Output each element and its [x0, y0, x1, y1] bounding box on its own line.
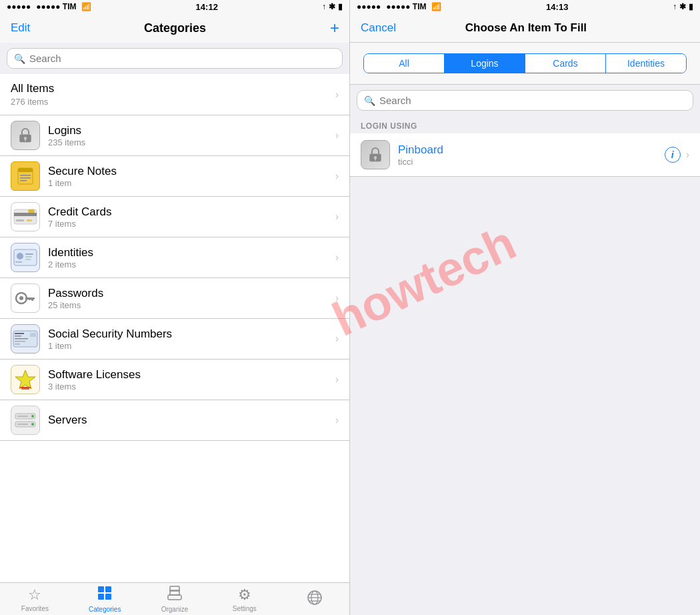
svg-rect-18: [15, 261, 22, 263]
category-row-logins[interactable]: Logins 235 items ›: [0, 115, 349, 156]
all-items-row[interactable]: All Items 276 items ›: [0, 74, 349, 115]
seg-cards[interactable]: Cards: [525, 54, 606, 73]
segment-control: All Logins Cards Identities: [363, 53, 687, 73]
passwords-count: 25 items: [48, 300, 327, 310]
empty-area: [350, 177, 700, 444]
software-licenses-text: Software Licenses 3 items: [48, 368, 327, 392]
svg-point-20: [19, 296, 23, 300]
svg-rect-17: [25, 259, 31, 260]
tab-settings[interactable]: ⚙ Settings: [209, 583, 279, 615]
category-row-servers[interactable]: Servers ›: [0, 400, 349, 441]
carrier-signal-right: ●●●●● ●●●●● TIM 📶: [357, 2, 441, 11]
carrier-right: ●●●●● TIM: [386, 2, 426, 11]
settings-label: Settings: [233, 605, 257, 612]
svg-rect-23: [29, 297, 31, 300]
id-svg: [13, 248, 37, 267]
carrier-left: ●●●●● TIM: [36, 2, 76, 11]
category-list: All Items 276 items › Logins 235 items ›: [0, 74, 349, 582]
category-row-social-security[interactable]: Social Security Numbers 1 item ›: [0, 319, 349, 360]
logins-name: Logins: [48, 124, 327, 137]
organize-label: Organize: [161, 606, 189, 613]
software-licenses-icon: [11, 365, 40, 394]
svg-rect-16: [25, 256, 32, 257]
logins-icon: [11, 121, 40, 150]
nav-title-left: Categories: [144, 21, 206, 35]
svg-rect-25: [15, 333, 24, 334]
search-container-left[interactable]: 🔍: [7, 48, 343, 69]
organize-icon: [167, 586, 182, 604]
servers-chevron: ›: [335, 414, 339, 426]
svg-rect-42: [98, 594, 104, 600]
servers-text: Servers: [48, 414, 327, 427]
credit-cards-count: 7 items: [48, 219, 327, 229]
identities-chevron: ›: [335, 251, 339, 263]
svg-marker-31: [15, 370, 35, 389]
secure-notes-icon: [11, 161, 40, 191]
svg-rect-9: [14, 213, 37, 216]
tab-categories[interactable]: Categories: [70, 583, 140, 615]
svg-rect-30: [15, 344, 20, 345]
svg-rect-11: [27, 219, 32, 221]
nav-bar-right: Cancel Choose An Item To Fill: [350, 13, 700, 43]
svg-rect-12: [28, 209, 35, 213]
seg-logins[interactable]: Logins: [445, 54, 525, 73]
right-panel: ●●●●● ●●●●● TIM 📶 14:13 ↑ ✱ ▮ Cancel Cho…: [350, 0, 700, 615]
software-licenses-count: 3 items: [48, 382, 327, 392]
all-items-text: All Items 276 items: [11, 82, 54, 107]
edit-button[interactable]: Edit: [11, 21, 30, 35]
battery-icon-right: ▮: [689, 2, 693, 11]
lock-svg: [15, 125, 36, 146]
svg-rect-7: [20, 180, 27, 181]
tab-favorites[interactable]: ☆ Favorites: [0, 583, 70, 615]
svg-rect-6: [20, 177, 31, 179]
social-security-name: Social Security Numbers: [48, 328, 327, 341]
info-button[interactable]: i: [665, 147, 681, 163]
tab-organize[interactable]: Organize: [140, 583, 210, 615]
category-row-credit-cards[interactable]: Credit Cards 7 items ›: [0, 197, 349, 237]
cancel-button[interactable]: Cancel: [361, 21, 396, 35]
svg-rect-29: [30, 333, 36, 337]
login-item-pinboard[interactable]: Pinboard ticci i ›: [350, 133, 700, 177]
pinboard-text: Pinboard ticci: [398, 143, 657, 167]
secure-notes-name: Secure Notes: [48, 165, 327, 178]
seg-all[interactable]: All: [364, 54, 445, 73]
passwords-name: Passwords: [48, 287, 327, 300]
wifi-icon-left: 📶: [81, 2, 91, 11]
seg-identities[interactable]: Identities: [606, 54, 686, 73]
globe-icon: [307, 590, 323, 609]
tab-bar: ☆ Favorites Categories: [0, 582, 349, 615]
svg-rect-10: [16, 219, 24, 221]
category-row-secure-notes[interactable]: Secure Notes 1 item ›: [0, 156, 349, 197]
add-button[interactable]: +: [330, 19, 339, 37]
category-row-passwords[interactable]: Passwords 25 items ›: [0, 278, 349, 319]
signal-dots-right: ●●●●●: [357, 2, 381, 11]
sw-svg: [13, 368, 37, 392]
all-items-title: All Items: [11, 82, 54, 95]
search-input-right[interactable]: [379, 95, 686, 106]
social-security-count: 1 item: [48, 341, 327, 351]
search-input-left[interactable]: [29, 53, 335, 64]
left-panel: ●●●●● ●●●●● TIM 📶 14:12 ↑ ✱ ▮ Edit Categ…: [0, 0, 350, 615]
logins-count: 235 items: [48, 137, 327, 147]
status-icons-left: ↑ ✱ ▮: [322, 2, 343, 11]
svg-rect-54: [375, 159, 375, 161]
search-icon-right: 🔍: [364, 95, 375, 106]
status-bar-left: ●●●●● ●●●●● TIM 📶 14:12 ↑ ✱ ▮: [0, 0, 349, 13]
tab-globe[interactable]: [279, 583, 349, 615]
svg-rect-4: [18, 168, 33, 172]
search-container-right[interactable]: 🔍: [357, 90, 693, 111]
all-items-count: 276 items: [11, 97, 54, 107]
passwords-icon: [11, 283, 40, 313]
location-icon-left: ↑: [322, 2, 326, 11]
time-left: 14:12: [196, 2, 218, 12]
svg-rect-5: [20, 175, 31, 176]
svg-point-14: [17, 253, 23, 259]
social-security-text: Social Security Numbers 1 item: [48, 328, 327, 351]
category-row-identities[interactable]: Identities 2 items ›: [0, 237, 349, 278]
svg-rect-15: [25, 253, 33, 255]
secure-notes-chevron: ›: [335, 170, 339, 182]
svg-rect-33: [20, 387, 31, 388]
logins-chevron: ›: [335, 129, 339, 141]
time-right: 14:13: [546, 2, 568, 12]
category-row-software-licenses[interactable]: Software Licenses 3 items ›: [0, 360, 349, 400]
